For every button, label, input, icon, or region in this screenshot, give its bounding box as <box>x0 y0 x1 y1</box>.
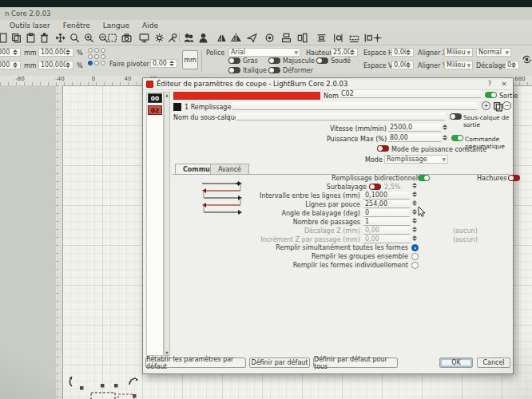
scroll-down-icon[interactable]: ▼ <box>165 350 169 355</box>
tab-avance[interactable]: Avancé <box>210 164 249 174</box>
close-button[interactable]: ✕ <box>498 80 510 88</box>
sublayer-color-swatch[interactable] <box>173 103 181 111</box>
radio-individual[interactable] <box>411 262 419 269</box>
espace-v-field[interactable]: 0,00 <box>391 61 414 69</box>
dialog-titlebar[interactable]: Éditeur de paramètres de coupe - LightBu… <box>143 78 513 90</box>
measure-icon[interactable] <box>348 32 360 44</box>
style-select[interactable]: Normal▼ <box>476 48 511 57</box>
width-pct-field[interactable]: 100,000 <box>38 48 73 57</box>
unit-toggle-button[interactable]: mm <box>182 50 198 69</box>
increment-z-field[interactable]: 0,00 <box>363 235 410 243</box>
layer-chip-02[interactable]: 02 <box>148 105 162 115</box>
constant-power-toggle[interactable] <box>377 145 389 152</box>
width-unit-label: mm <box>24 49 37 57</box>
speed-field[interactable]: 2500,0 <box>388 124 441 132</box>
hauteur-label: Hauteur <box>306 49 332 57</box>
frame-selection-icon[interactable] <box>106 32 118 44</box>
menu-fenetre[interactable]: Fenêtre <box>63 22 90 30</box>
layer-name-field[interactable]: C02 <box>339 90 482 98</box>
window-titlebar[interactable]: n Core 2.0.03 <box>0 7 532 20</box>
scroll-up-icon[interactable]: ▲ <box>165 93 169 97</box>
layer-list-scrollbar[interactable]: ▲▼ <box>164 92 170 356</box>
lightburn-logo-icon <box>146 81 153 88</box>
add-sublayer-icon[interactable]: + <box>482 101 490 110</box>
menu-aide[interactable]: Aide <box>142 22 158 30</box>
distribute-h-icon[interactable] <box>316 32 328 44</box>
paste-icon[interactable] <box>25 32 37 44</box>
remove-sublayer-icon[interactable]: − <box>502 101 511 110</box>
gras-toggle[interactable] <box>228 57 240 64</box>
output-toggle[interactable] <box>485 92 497 98</box>
settings-gear-icon[interactable] <box>153 32 165 44</box>
zoom-in-icon[interactable] <box>83 32 95 44</box>
users-icon[interactable] <box>183 32 195 44</box>
camera-icon[interactable] <box>121 32 133 44</box>
italique-toggle[interactable] <box>228 67 240 73</box>
align-stack-icon[interactable] <box>280 32 292 44</box>
mode-select[interactable]: Remplissage▼ <box>384 155 448 164</box>
deformer-label: Déformer <box>283 67 313 74</box>
height-field[interactable]: 000 <box>0 61 21 69</box>
anchor-grid[interactable] <box>88 48 106 66</box>
selected-object[interactable] <box>66 375 141 399</box>
sublayer-bar[interactable] <box>232 102 477 110</box>
options-toolbar: 000 mm 100,000 % 000 mm 100,000 % Faire … <box>0 45 532 77</box>
distribute-v-icon[interactable] <box>332 32 343 44</box>
height-pct-field[interactable]: 100,000 <box>38 61 73 69</box>
cancel-button[interactable]: Cancel <box>477 358 510 368</box>
ruler-tick: -40 <box>55 76 64 82</box>
pan-icon[interactable] <box>54 32 66 44</box>
radio-groups[interactable] <box>411 253 419 260</box>
decalage-label: Décalage <box>476 62 506 69</box>
set-default-button[interactable]: Définir par défaut <box>249 358 310 368</box>
surbalayage-toggle[interactable] <box>369 184 381 190</box>
delete-icon[interactable] <box>38 32 50 44</box>
ok-button[interactable]: OK <box>439 358 473 368</box>
soude-toggle[interactable] <box>316 57 328 64</box>
decalage-z-field[interactable]: 0,00 <box>363 227 410 235</box>
majuscule-toggle[interactable] <box>268 57 280 64</box>
nudge-crosshair-icon[interactable] <box>371 32 383 44</box>
sync-icon[interactable] <box>521 53 532 65</box>
radio-all-shapes[interactable] <box>411 244 419 251</box>
intervalle-field[interactable]: 0,1000 <box>363 192 410 200</box>
menu-langue[interactable]: Langue <box>103 22 129 30</box>
espace-h-field[interactable]: 0,00 <box>391 48 414 57</box>
deformer-toggle[interactable] <box>268 67 280 73</box>
monitor-icon[interactable] <box>138 32 150 44</box>
passages-field[interactable]: 1 <box>363 218 410 226</box>
import-icon[interactable] <box>0 32 9 44</box>
menu-outils-laser[interactable]: Outils laser <box>10 22 50 30</box>
width-field[interactable]: 000 <box>0 48 21 57</box>
hachures-toggle[interactable] <box>508 175 520 181</box>
focus-target-icon[interactable] <box>264 32 276 44</box>
constant-power-label: Mode de puissance constante <box>391 146 486 153</box>
decalage-field[interactable]: 0 <box>505 61 519 69</box>
police-label: Police <box>206 49 224 57</box>
set-default-all-button[interactable]: Définir par défaut pour tous <box>313 358 398 368</box>
angle-field[interactable]: 0 <box>363 209 410 217</box>
help-button[interactable]: ? <box>484 80 495 88</box>
mirror-icon[interactable] <box>230 32 242 44</box>
lignes-pouce-field[interactable]: 254,00 <box>363 200 410 208</box>
air-assist-toggle[interactable] <box>451 135 463 141</box>
speed-label: Vitesse (mm/min) <box>330 125 387 132</box>
flip-icon[interactable] <box>216 32 228 44</box>
send-icon[interactable] <box>246 32 258 44</box>
aligner-x-select[interactable]: Milieu▼ <box>444 48 473 57</box>
align-blocks-icon[interactable] <box>296 32 308 44</box>
zoom-full-icon[interactable] <box>69 32 81 44</box>
reset-defaults-button[interactable]: Rétablir les paramètres par défaut <box>145 358 246 368</box>
bidirectional-toggle[interactable] <box>418 175 430 181</box>
user-icon[interactable] <box>197 32 209 44</box>
copy-icon[interactable] <box>10 32 22 44</box>
sublayer-output-toggle[interactable] <box>450 113 462 120</box>
layer-chip-00[interactable]: 00 <box>148 93 162 103</box>
aligner-y-select[interactable]: Milieu▼ <box>444 61 473 69</box>
font-select[interactable]: Arial▼ <box>228 48 300 57</box>
power-field[interactable]: 80,00 <box>388 134 441 142</box>
device-tools-icon[interactable] <box>166 32 178 44</box>
hauteur-field[interactable]: 25,00 <box>331 48 358 57</box>
rotate-field[interactable]: 0,00 <box>150 59 177 68</box>
subname-field[interactable] <box>236 113 445 120</box>
